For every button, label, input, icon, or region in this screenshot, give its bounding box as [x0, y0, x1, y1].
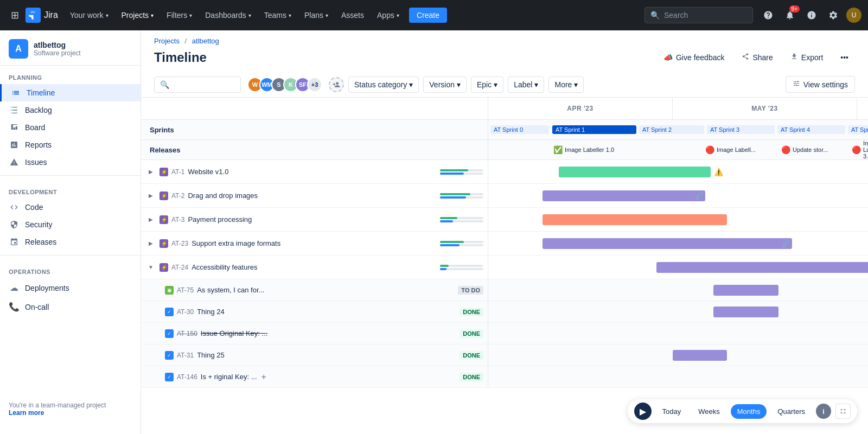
sprint-5[interactable]: AT Sprint 5	[848, 125, 868, 134]
epic-icon-at23: ⚡	[159, 239, 168, 248]
search-icon: 🔍	[650, 11, 660, 20]
chevron-icon: ▾	[289, 12, 291, 18]
sprint-4[interactable]: AT Sprint 4	[777, 125, 845, 134]
issue-name-at2[interactable]: Drag and drop images	[188, 192, 258, 200]
release-3[interactable]: 🔴 Update stor...	[781, 145, 828, 154]
nav-teams[interactable]: Teams ▾	[259, 8, 297, 23]
issue-name-at31[interactable]: Thing 25	[197, 351, 225, 359]
view-settings-button[interactable]: View settings	[786, 76, 855, 93]
nav-filters[interactable]: Filters ▾	[161, 8, 197, 23]
status-at75: TO DO	[458, 286, 483, 295]
expand-fullscreen-button[interactable]	[835, 404, 851, 419]
issue-name-at30[interactable]: Thing 24	[197, 308, 225, 316]
weeks-button[interactable]: Weeks	[692, 404, 726, 419]
sidebar-item-deployments[interactable]: ☁ Deployments	[0, 278, 141, 297]
gantt-bar-at3[interactable]	[542, 214, 727, 225]
expand-at24[interactable]: ▼	[145, 262, 156, 273]
issue-name-at3[interactable]: Payment processing	[188, 215, 252, 224]
info-button[interactable]: i	[816, 404, 831, 419]
nav-your-work[interactable]: Your work ▾	[65, 8, 114, 23]
expand-at2[interactable]: ▶	[145, 190, 156, 201]
avatar-count[interactable]: +3	[307, 77, 322, 92]
gantt-bar-at31[interactable]	[673, 350, 727, 361]
nav-dashboards[interactable]: Dashboards ▾	[200, 8, 257, 23]
expand-at23[interactable]: ▶	[145, 238, 156, 249]
nav-assets[interactable]: Assets	[336, 8, 369, 23]
release-2[interactable]: 🔴 Image Labell...	[705, 145, 756, 154]
expand-at3[interactable]: ▶	[145, 214, 156, 225]
gantt-bar-at1[interactable]	[559, 167, 711, 177]
gantt-bar-at30[interactable]	[713, 307, 778, 317]
sidebar-item-code[interactable]: Code	[0, 199, 141, 216]
help-icon[interactable]	[803, 7, 820, 24]
sidebar-item-on-call[interactable]: 📞 On-call	[0, 297, 141, 316]
notifications-icon[interactable]: 9+	[781, 7, 799, 24]
sprint-2[interactable]: AT Sprint 2	[639, 125, 704, 134]
nav-projects[interactable]: Projects ▾	[116, 8, 159, 23]
release-4[interactable]: 🔴 Image Labeller 3.0	[852, 140, 868, 159]
issue-name-at24[interactable]: Accessibility features	[192, 263, 257, 271]
quarters-button[interactable]: Quarters	[771, 404, 812, 419]
sidebar-item-issues[interactable]: Issues	[0, 154, 141, 171]
breadcrumb-project-name[interactable]: atlbettog	[192, 37, 219, 45]
timeline-search[interactable]: 🔍	[154, 76, 241, 93]
expand-at1[interactable]: ▶	[145, 167, 156, 177]
epic-icon-at24: ⚡	[159, 263, 168, 272]
sidebar-item-board[interactable]: Board	[0, 119, 141, 136]
child-row-at30: ✓ AT-30 Thing 24 DONE	[141, 301, 868, 323]
more-button[interactable]: •••	[834, 50, 855, 65]
chevron-down-icon: ▾	[409, 80, 413, 89]
sidebar-label-timeline: Timeline	[27, 88, 55, 97]
search-input[interactable]	[173, 80, 216, 89]
sprint-1[interactable]: AT Sprint 1	[552, 125, 636, 134]
sidebar-item-reports[interactable]: Reports	[0, 136, 141, 154]
child-row-at146: ✓ AT-146 Is + riginal Key: ... + DONE	[141, 366, 868, 388]
chevron-icon: ▾	[151, 12, 154, 18]
sidebar-item-releases[interactable]: Releases	[0, 233, 141, 251]
share-button[interactable]: Share	[735, 49, 779, 65]
gantt-bar-at24[interactable]	[656, 262, 868, 273]
issue-name-at75[interactable]: As system, I can for...	[197, 286, 264, 294]
prev-nav-button[interactable]: ▶	[634, 403, 652, 420]
issue-name-at23[interactable]: Support extra image formats	[192, 239, 280, 247]
grid-icon[interactable]: ⊞	[7, 5, 23, 25]
sprint-0[interactable]: AT Sprint 0	[490, 125, 549, 134]
timeline-toolbar: 🔍 W WM S K SF +3 Status category ▾ Versi…	[141, 72, 868, 98]
create-button[interactable]: Create	[409, 8, 447, 23]
give-feedback-button[interactable]: 📣 Give feedback	[657, 50, 731, 65]
issue-name-at1[interactable]: Website v1.0	[188, 168, 228, 176]
gantt-bar-at2[interactable]: 🔗	[542, 190, 705, 201]
project-type: Software project	[34, 49, 81, 57]
learn-more-link[interactable]: Learn more	[9, 409, 44, 417]
epic-filter[interactable]: Epic ▾	[471, 76, 503, 93]
release-1[interactable]: ✅ Image Labeller 1.0	[553, 145, 614, 154]
gantt-bar-at23[interactable]: 🔗	[542, 238, 792, 249]
today-button[interactable]: Today	[656, 404, 688, 419]
settings-icon[interactable]	[825, 7, 842, 24]
search-bar[interactable]: 🔍 Search	[644, 7, 753, 23]
gantt-bar-at75[interactable]	[713, 285, 778, 296]
breadcrumb-projects[interactable]: Projects	[154, 37, 180, 45]
nav-apps[interactable]: Apps ▾	[372, 8, 405, 23]
sprint-3[interactable]: AT Sprint 3	[707, 125, 775, 134]
sidebar-item-security[interactable]: Security	[0, 216, 141, 233]
more-filter[interactable]: More ▾	[548, 76, 584, 93]
label-filter[interactable]: Label ▾	[508, 76, 544, 93]
sidebar-item-backlog[interactable]: Backlog	[0, 101, 141, 119]
issue-name-at150[interactable]: Issue Original Key: ...	[201, 329, 268, 337]
add-assignee-button[interactable]	[329, 77, 344, 92]
task-icon-at31: ✓	[165, 351, 174, 360]
jira-logo[interactable]: Jira	[25, 8, 58, 23]
version-filter[interactable]: Version ▾	[423, 76, 467, 93]
months-button[interactable]: Months	[731, 404, 767, 419]
sidebar-item-timeline[interactable]: Timeline	[0, 84, 141, 101]
help-circle-icon[interactable]	[760, 7, 777, 24]
link-icon-at2: 🔗	[695, 192, 703, 200]
export-icon	[790, 53, 798, 62]
sidebar-label-code: Code	[25, 203, 43, 212]
export-button[interactable]: Export	[784, 49, 829, 65]
issue-name-at146[interactable]: Is + riginal Key: ...	[201, 373, 257, 381]
status-category-filter[interactable]: Status category ▾	[348, 76, 419, 93]
user-avatar[interactable]: U	[846, 8, 861, 23]
nav-plans[interactable]: Plans ▾	[299, 8, 334, 23]
